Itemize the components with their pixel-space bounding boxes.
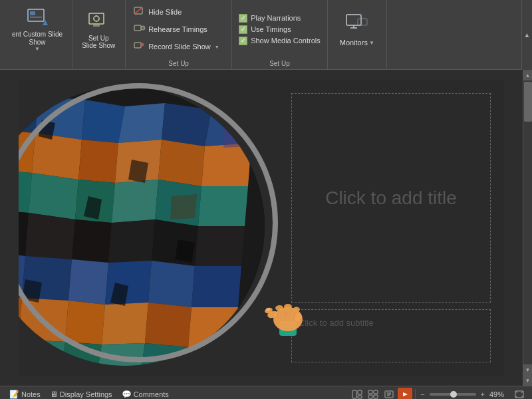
monitors-button[interactable]: Monitors ▼ xyxy=(332,9,382,49)
svg-rect-18 xyxy=(346,15,361,25)
display-settings-icon: 🖥 xyxy=(50,390,58,399)
svg-marker-54 xyxy=(19,298,68,342)
svg-marker-58 xyxy=(188,307,238,347)
comments-label: Comments xyxy=(134,390,169,398)
svg-point-17 xyxy=(141,43,144,47)
display-settings-button[interactable]: 🖥 Display Settings xyxy=(46,388,116,399)
show-media-controls-label: Show Media Controls xyxy=(251,37,321,45)
use-timings-item[interactable]: ✓ Use Timings xyxy=(239,25,321,34)
svg-rect-21 xyxy=(358,19,367,25)
play-narrations-item[interactable]: ✓ Play Narrations xyxy=(239,14,321,23)
zoom-minus-button[interactable]: − xyxy=(418,390,426,398)
use-timings-label: Use Timings xyxy=(251,25,291,33)
svg-rect-89 xyxy=(358,396,362,398)
hide-slide-icon xyxy=(134,6,146,18)
zoom-slider-thumb[interactable] xyxy=(450,391,457,398)
title-placeholder-text: Click to add title xyxy=(325,188,457,209)
scroll-thumb[interactable] xyxy=(524,82,532,122)
use-timings-checkbox[interactable]: ✓ xyxy=(239,25,247,34)
svg-rect-2 xyxy=(30,17,42,18)
setup-group-label: Set Up xyxy=(126,57,231,69)
scroll-down-button[interactable]: ▼ xyxy=(523,364,533,375)
svg-marker-52 xyxy=(192,266,241,307)
hide-slide-label: Hide Slide xyxy=(148,8,182,16)
svg-marker-23 xyxy=(19,93,39,133)
svg-marker-63 xyxy=(142,343,188,366)
slide[interactable]: Click to add title Click to add subtitle xyxy=(19,80,504,376)
svg-line-11 xyxy=(134,7,142,14)
show-media-controls-item[interactable]: ✓ Show Media Controls xyxy=(239,37,321,45)
ribbon: ent Custom Slide Show ▼ Set Up Slide xyxy=(0,0,532,70)
svg-marker-27 xyxy=(162,103,211,146)
comments-button[interactable]: 💬 Comments xyxy=(118,388,173,399)
svg-rect-1 xyxy=(30,11,35,15)
svg-marker-64 xyxy=(185,347,235,366)
title-placeholder[interactable]: Click to add title xyxy=(291,93,491,303)
scroll-up-button[interactable]: ▲ xyxy=(523,70,533,80)
setup-label-line1: Set Up xyxy=(88,35,109,42)
rehearse-timings-button[interactable]: Rehearse Timings xyxy=(130,21,227,37)
svg-marker-38 xyxy=(112,180,158,223)
view-buttons xyxy=(350,388,412,399)
svg-rect-16 xyxy=(134,43,141,48)
rehearse-icon xyxy=(134,23,146,35)
svg-marker-51 xyxy=(148,261,195,307)
svg-marker-44 xyxy=(108,219,155,263)
ribbon-collapse-button[interactable]: ▲ xyxy=(521,0,532,70)
scroll-down-button-2[interactable]: ▼ xyxy=(523,375,533,386)
svg-marker-26 xyxy=(118,103,165,143)
svg-rect-87 xyxy=(352,390,356,398)
notes-icon: 📝 xyxy=(9,390,19,399)
monitors-icon xyxy=(345,12,369,36)
custom-slide-show-button[interactable]: ent Custom Slide Show ▼ xyxy=(7,7,68,52)
record-dropdown-arrow: ▼ xyxy=(215,45,219,49)
svg-rect-88 xyxy=(358,390,362,394)
show-media-controls-checkbox[interactable]: ✓ xyxy=(239,37,247,45)
record-slide-show-button[interactable]: Record Slide Show ▼ xyxy=(130,39,227,55)
svg-rect-90 xyxy=(368,390,372,394)
svg-marker-33 xyxy=(158,140,205,186)
display-settings-label: Display Settings xyxy=(60,390,112,398)
svg-marker-31 xyxy=(78,140,118,183)
record-icon xyxy=(134,41,146,53)
custom-slide-label: ent Custom Slide xyxy=(12,31,63,39)
svg-marker-46 xyxy=(195,226,245,266)
check-group: ✓ Play Narrations ✓ Use Timings ✓ Show M… xyxy=(232,0,328,69)
subtitle-placeholder[interactable]: Click to add subtitle xyxy=(291,309,491,362)
svg-marker-49 xyxy=(68,259,108,305)
svg-marker-40 xyxy=(198,186,248,226)
rehearse-label: Rehearse Timings xyxy=(148,25,207,33)
svg-marker-69 xyxy=(22,279,42,303)
fit-to-window-button[interactable] xyxy=(512,388,527,399)
svg-rect-92 xyxy=(368,395,372,398)
svg-line-15 xyxy=(143,28,144,29)
svg-rect-12 xyxy=(134,25,141,31)
notes-button[interactable]: 📝 Notes xyxy=(5,388,45,399)
hide-slide-button[interactable]: Hide Slide xyxy=(130,4,227,20)
svg-marker-34 xyxy=(201,143,251,186)
svg-point-80 xyxy=(284,304,292,309)
small-btns-group: Hide Slide Rehearse Timings Record Sli xyxy=(126,0,232,69)
normal-view-button[interactable] xyxy=(350,388,364,399)
setup-slide-show-button[interactable]: Set Up Slide Show xyxy=(76,7,120,52)
status-separator xyxy=(415,389,416,399)
zoom-plus-button[interactable]: + xyxy=(479,390,487,398)
cursor-hand xyxy=(265,289,311,336)
setup-group: Set Up Slide Show xyxy=(72,0,126,69)
zoom-slider[interactable] xyxy=(430,393,476,396)
zoom-controls: − + 49% xyxy=(418,388,527,399)
slide-content: Click to add title Click to add subtitle xyxy=(291,93,491,362)
scroll-track xyxy=(524,80,532,364)
play-narrations-label: Play Narrations xyxy=(251,14,301,22)
slideshow-view-button[interactable] xyxy=(398,388,412,399)
svg-marker-60 xyxy=(19,339,65,366)
svg-rect-9 xyxy=(93,25,100,27)
svg-marker-62 xyxy=(98,343,145,366)
play-narrations-checkbox[interactable]: ✓ xyxy=(239,14,247,23)
custom-slide-dropdown: ▼ xyxy=(35,46,40,52)
setup-icon xyxy=(86,9,110,32)
slide-sorter-button[interactable] xyxy=(366,388,380,399)
svg-marker-71 xyxy=(223,120,251,148)
reading-view-button[interactable] xyxy=(382,388,396,399)
slide-canvas: Click to add title Click to add subtitle xyxy=(0,70,523,386)
